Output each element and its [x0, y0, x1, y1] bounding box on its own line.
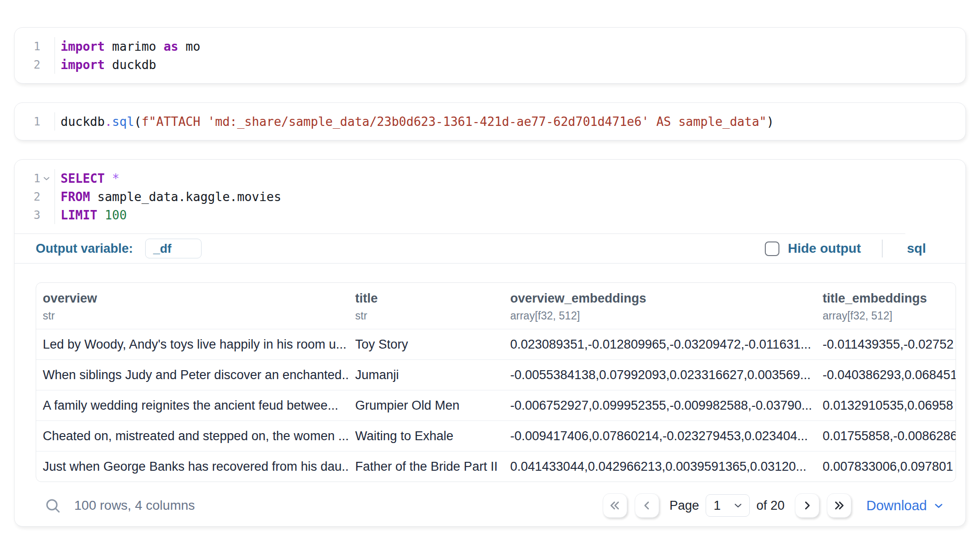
table-cell: A family wedding reignites the ancient f…	[36, 390, 349, 420]
fold-slot-spacer	[40, 59, 53, 71]
column-name: title_embeddings	[823, 291, 956, 306]
page-total-label: of 20	[756, 498, 785, 513]
hide-output-label[interactable]: Hide output	[788, 241, 861, 256]
code-text[interactable]: SELECT *	[55, 169, 119, 187]
table-cell: Father of the Bride Part II	[349, 451, 504, 482]
chevrons-right-icon	[832, 499, 846, 512]
code-line: 3LIMIT 100	[15, 206, 956, 224]
table-row[interactable]: Just when George Banks has recovered fro…	[36, 451, 956, 482]
code-token: sql	[112, 115, 134, 129]
column-name: title	[355, 291, 497, 306]
code-token	[105, 171, 112, 186]
table-cell: -0.0055384138,0.07992093,0.023316627,0.0…	[504, 360, 816, 390]
fold-slot-spacer	[40, 209, 53, 221]
code-token: mo	[178, 39, 200, 54]
table-cell: Grumpier Old Men	[349, 390, 504, 420]
code-token	[97, 208, 105, 222]
code-token: f"ATTACH 'md:_share/sample_data/23b0d623…	[141, 115, 767, 129]
code-text[interactable]: duckdb.sql(f"ATTACH 'md:_share/sample_da…	[55, 112, 774, 131]
fold-slot-spacer	[40, 191, 53, 203]
code-token: )	[767, 115, 774, 129]
code-editor[interactable]: 1duckdb.sql(f"ATTACH 'md:_share/sample_d…	[15, 103, 965, 140]
last-page-button[interactable]	[827, 493, 851, 518]
chevrons-left-icon	[608, 499, 622, 512]
previous-page-button[interactable]	[635, 493, 659, 518]
table-cell: -0.040386293,0.068451	[816, 360, 956, 390]
chevron-right-icon	[801, 499, 814, 512]
chevron-down-icon	[732, 500, 744, 511]
search-button[interactable]	[42, 495, 63, 516]
column-header[interactable]: title_embeddingsarray[f32, 512]	[816, 283, 956, 329]
fold-chevron-icon[interactable]	[40, 172, 53, 185]
fold-slot-spacer	[40, 116, 53, 128]
code-text[interactable]: LIMIT 100	[55, 206, 127, 224]
page-number-select[interactable]: 1	[706, 494, 750, 517]
first-page-button[interactable]	[603, 493, 627, 518]
column-dtype: str	[43, 310, 342, 322]
notebook: 1import marimo as mo2import duckdb 1duck…	[0, 0, 980, 527]
output-variable-input[interactable]: _df	[145, 239, 202, 258]
line-number: 2	[34, 190, 40, 203]
line-gutter: 1	[15, 37, 55, 55]
table-cell: 0.023089351,-0.012809965,-0.03209472,-0.…	[504, 329, 816, 359]
next-page-button[interactable]	[795, 493, 819, 518]
code-token: 100	[105, 208, 127, 222]
table-row[interactable]: A family wedding reignites the ancient f…	[36, 390, 956, 420]
code-line: 1SELECT *	[15, 169, 956, 187]
hide-output-checkbox[interactable]	[765, 241, 779, 256]
table-cell: Jumanji	[349, 360, 504, 390]
table-row[interactable]: Cheated on, mistreated and stepped on, t…	[36, 420, 956, 451]
code-cell-imports: 1import marimo as mo2import duckdb	[14, 27, 966, 84]
table-cell: 0.0132910535,0.06958	[816, 390, 956, 420]
column-dtype: array[f32, 512]	[510, 310, 809, 322]
line-number: 2	[34, 58, 40, 71]
column-header[interactable]: overviewstr	[36, 283, 349, 329]
code-text[interactable]: import duckdb	[55, 55, 156, 74]
table-row[interactable]: When siblings Judy and Peter discover an…	[36, 359, 956, 390]
table-cell: When siblings Judy and Peter discover an…	[36, 360, 349, 390]
table-cell: -0.009417406,0.07860214,-0.023279453,0.0…	[504, 421, 816, 451]
table-cell: Cheated on, mistreated and stepped on, t…	[36, 421, 349, 451]
column-dtype: str	[355, 310, 497, 322]
code-line: 2import duckdb	[15, 55, 956, 74]
table-cell: Toy Story	[349, 329, 504, 359]
divider	[882, 240, 883, 257]
table-row[interactable]: Led by Woody, Andy's toys live happily i…	[36, 329, 956, 359]
download-label: Download	[866, 498, 927, 513]
chevron-down-icon	[933, 499, 945, 512]
line-gutter: 2	[15, 187, 55, 206]
language-badge[interactable]: sql	[907, 241, 926, 256]
code-line: 2FROM sample_data.kaggle.movies	[15, 187, 956, 206]
pagination: Page 1 of 20	[603, 493, 945, 518]
code-editor[interactable]: 1SELECT *2FROM sample_data.kaggle.movies…	[15, 160, 965, 233]
line-number: 1	[34, 115, 40, 128]
code-token: sample_data.kaggle.movies	[90, 190, 281, 204]
code-line: 1import marimo as mo	[15, 37, 956, 55]
code-cell-attach: 1duckdb.sql(f"ATTACH 'md:_share/sample_d…	[14, 102, 966, 140]
search-icon	[44, 497, 61, 514]
table-cell: 0.01755858,-0.0086286	[816, 421, 956, 451]
cell-output: overviewstrtitlestroverview_embeddingsar…	[15, 263, 965, 526]
code-token: SELECT	[61, 171, 105, 186]
download-button[interactable]: Download	[866, 498, 945, 513]
column-header[interactable]: titlestr	[349, 283, 504, 329]
table-cell: Led by Woody, Andy's toys live happily i…	[36, 329, 349, 359]
code-editor[interactable]: 1import marimo as mo2import duckdb	[15, 28, 965, 83]
table-cell: 0.041433044,0.042966213,0.0039591365,0.0…	[504, 451, 816, 482]
page-number-value: 1	[714, 498, 721, 513]
output-variable-label: Output variable:	[36, 241, 133, 256]
code-token: import	[61, 39, 105, 54]
chevron-left-icon	[640, 499, 653, 512]
code-token: duckdb	[105, 58, 156, 72]
code-text[interactable]: import marimo as mo	[55, 37, 200, 55]
line-number: 1	[34, 40, 40, 53]
table-header-row: overviewstrtitlestroverview_embeddingsar…	[36, 283, 956, 329]
code-token: LIMIT	[61, 208, 97, 222]
code-text[interactable]: FROM sample_data.kaggle.movies	[55, 187, 281, 206]
code-token: as	[163, 39, 178, 54]
result-table: overviewstrtitlestroverview_embeddingsar…	[36, 282, 956, 482]
code-line: 1duckdb.sql(f"ATTACH 'md:_share/sample_d…	[15, 112, 956, 131]
column-header[interactable]: overview_embeddingsarray[f32, 512]	[504, 283, 816, 329]
column-name: overview	[43, 291, 342, 306]
line-gutter: 3	[15, 206, 55, 224]
